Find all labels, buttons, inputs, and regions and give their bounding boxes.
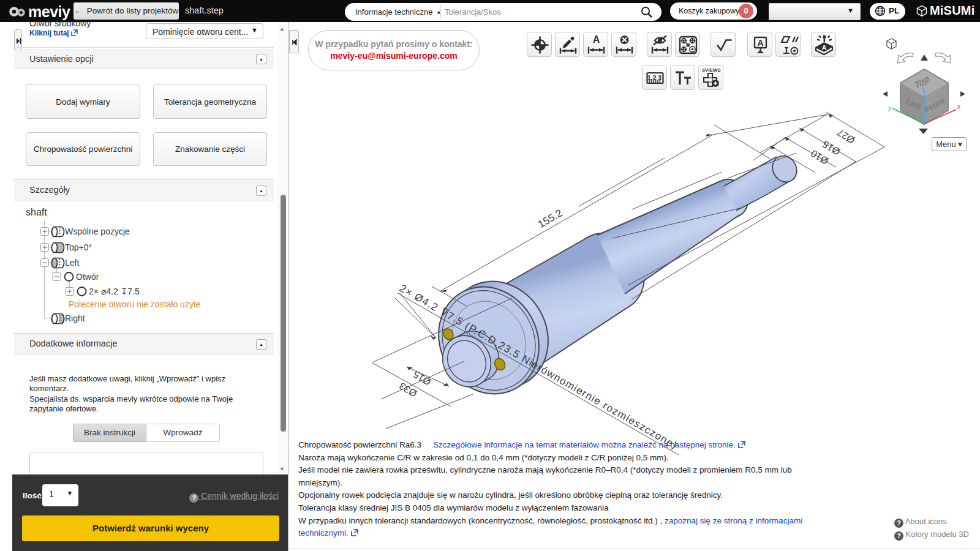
- svg-text:Ø15: Ø15: [412, 369, 433, 388]
- svg-text:z: z: [921, 83, 924, 90]
- svg-text:Ø27: Ø27: [835, 127, 857, 146]
- svg-text:155.2: 155.2: [536, 207, 564, 230]
- svg-text:x: x: [957, 103, 960, 110]
- svg-text:y: y: [888, 105, 891, 111]
- svg-text:meviy: meviy: [28, 3, 70, 20]
